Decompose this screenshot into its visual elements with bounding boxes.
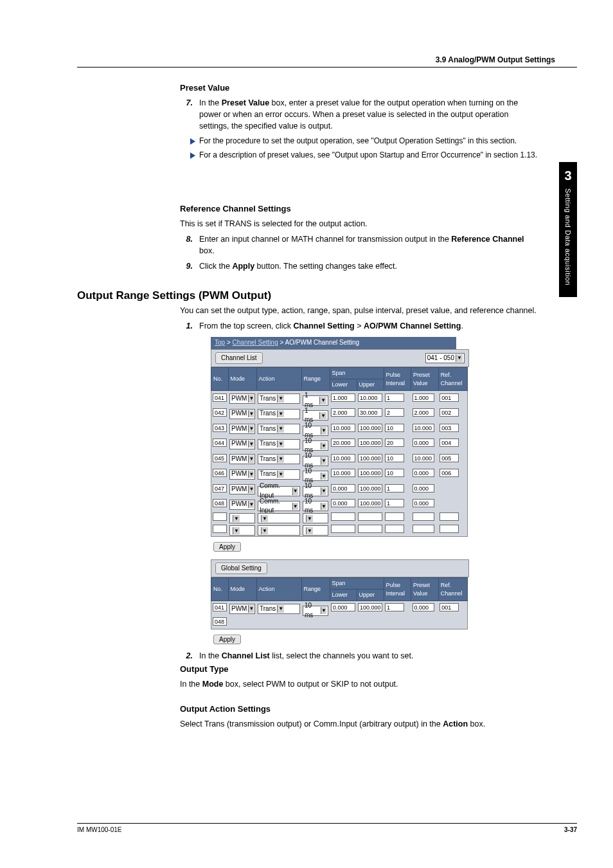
input-field[interactable]: [440, 525, 459, 533]
input-field[interactable]: 10.000: [331, 469, 355, 477]
select[interactable]: 10 ms▼: [303, 440, 328, 451]
select[interactable]: PWM▼: [229, 454, 255, 464]
input-field[interactable]: 1: [385, 393, 404, 402]
select[interactable]: Trans▼: [258, 469, 300, 480]
input-field[interactable]: 30.000: [358, 408, 382, 417]
input-field[interactable]: 047: [213, 484, 227, 493]
crumb-channel-setting-link[interactable]: Channel Setting: [233, 339, 278, 346]
select[interactable]: PWM▼: [229, 393, 255, 404]
input-field[interactable]: 001: [440, 603, 459, 611]
select[interactable]: 10 ms▼: [303, 471, 328, 481]
input-field[interactable]: 10: [385, 454, 404, 462]
input-field[interactable]: 0.000: [413, 603, 434, 611]
input-field[interactable]: 0.000: [331, 603, 355, 611]
input-field[interactable]: 10: [385, 469, 404, 477]
select[interactable]: 1 ms▼: [303, 395, 328, 406]
input-field[interactable]: 2.000: [413, 408, 434, 417]
select[interactable]: PWM▼: [229, 604, 255, 614]
input-field[interactable]: [413, 525, 434, 533]
input-field[interactable]: 004: [440, 439, 459, 447]
input-field[interactable]: [213, 525, 227, 533]
apply-button[interactable]: Apply: [213, 542, 241, 552]
input-field[interactable]: 0.000: [331, 499, 355, 507]
input-field[interactable]: [385, 525, 404, 533]
crumb-top-link[interactable]: Top: [215, 339, 225, 346]
input-field[interactable]: [331, 525, 355, 533]
select[interactable]: Trans▼: [258, 424, 300, 434]
select[interactable]: ▼: [229, 525, 255, 536]
input-field[interactable]: 048: [213, 617, 227, 626]
input-field[interactable]: 100.000: [358, 454, 382, 462]
select[interactable]: ▼: [258, 525, 300, 536]
input-field[interactable]: 042: [213, 408, 227, 417]
global-setting-button[interactable]: Global Setting: [215, 563, 267, 575]
input-field[interactable]: 002: [440, 408, 459, 417]
select[interactable]: 10 ms▼: [303, 486, 328, 496]
input-field[interactable]: 1.000: [413, 393, 434, 402]
input-field[interactable]: 0.000: [413, 484, 434, 493]
select[interactable]: ▼: [258, 513, 300, 523]
channel-list-button[interactable]: Channel List: [215, 352, 263, 365]
input-field[interactable]: [358, 512, 382, 521]
input-field[interactable]: 1: [385, 603, 404, 611]
input-field[interactable]: 0.000: [331, 484, 355, 493]
input-field[interactable]: 048: [213, 499, 227, 507]
input-field[interactable]: 0.000: [413, 469, 434, 477]
input-field[interactable]: [385, 512, 404, 521]
input-field[interactable]: [213, 512, 227, 521]
select[interactable]: 1 ms▼: [303, 410, 328, 420]
input-field[interactable]: 1: [385, 484, 404, 493]
input-field[interactable]: 043: [213, 424, 227, 432]
input-field[interactable]: 2: [385, 408, 404, 417]
input-field[interactable]: 20: [385, 439, 404, 447]
select[interactable]: PWM▼: [229, 469, 255, 480]
select[interactable]: 10 ms▼: [303, 426, 328, 436]
select[interactable]: Comm. Input▼: [258, 501, 300, 511]
input-field[interactable]: 001: [440, 393, 459, 402]
select[interactable]: Comm. Input▼: [258, 486, 300, 496]
input-field[interactable]: [331, 512, 355, 521]
select[interactable]: PWM▼: [229, 484, 255, 494]
select[interactable]: Trans▼: [258, 604, 300, 614]
input-field[interactable]: 041: [213, 393, 227, 402]
input-field[interactable]: 003: [440, 424, 459, 432]
input-field[interactable]: 100.000: [358, 469, 382, 477]
input-field[interactable]: 100.000: [358, 424, 382, 432]
input-field[interactable]: 006: [440, 469, 459, 477]
select[interactable]: Trans▼: [258, 439, 300, 449]
input-field[interactable]: [440, 512, 459, 521]
select[interactable]: Trans▼: [258, 393, 300, 404]
input-field[interactable]: [413, 512, 434, 521]
input-field[interactable]: 0.000: [413, 439, 434, 447]
input-field[interactable]: 10.000: [413, 424, 434, 432]
apply-button[interactable]: Apply: [213, 635, 241, 644]
input-field[interactable]: 20.000: [331, 439, 355, 447]
input-field[interactable]: [358, 525, 382, 533]
select[interactable]: 10 ms▼: [303, 606, 328, 616]
input-field[interactable]: 100.000: [358, 484, 382, 493]
select[interactable]: 10 ms▼: [303, 501, 328, 511]
input-field[interactable]: 10.000: [331, 424, 355, 432]
input-field[interactable]: 0.000: [413, 499, 434, 507]
select[interactable]: PWM▼: [229, 439, 255, 449]
select[interactable]: PWM▼: [229, 500, 255, 510]
input-field[interactable]: 10: [385, 424, 404, 432]
input-field[interactable]: 100.000: [358, 439, 382, 447]
input-field[interactable]: 045: [213, 454, 227, 462]
select[interactable]: Trans▼: [258, 409, 300, 419]
channel-range-select[interactable]: 041 - 050▼: [425, 353, 465, 363]
select[interactable]: ▼: [229, 513, 255, 523]
select[interactable]: ▼: [303, 513, 328, 523]
input-field[interactable]: 1: [385, 499, 404, 507]
select[interactable]: PWM▼: [229, 409, 255, 419]
select[interactable]: ▼: [303, 525, 328, 536]
input-field[interactable]: 044: [213, 439, 227, 447]
input-field[interactable]: 100.000: [358, 603, 382, 611]
input-field[interactable]: 10.000: [358, 393, 382, 402]
input-field[interactable]: 1.000: [331, 393, 355, 402]
select[interactable]: PWM▼: [229, 424, 255, 434]
input-field[interactable]: 10.000: [331, 454, 355, 462]
input-field[interactable]: 10.000: [413, 454, 434, 462]
input-field[interactable]: 046: [213, 469, 227, 477]
select[interactable]: Trans▼: [258, 454, 300, 464]
